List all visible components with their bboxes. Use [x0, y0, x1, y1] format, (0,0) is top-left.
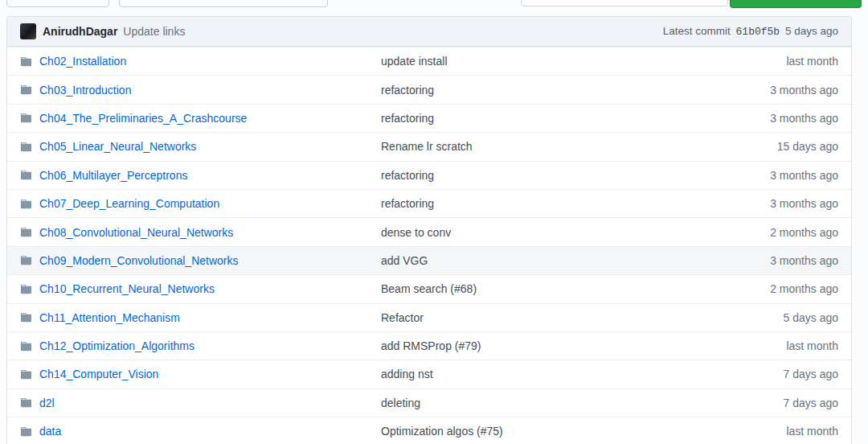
commit-date-cell: 15 days ago	[714, 140, 851, 153]
file-name-cell: Ch02_Installation	[7, 55, 381, 68]
table-row: Ch11_Attention_Mechanism Refactor 5 days…	[7, 303, 851, 331]
file-name-cell: Ch08_Convolutional_Neural_Networks	[7, 226, 381, 239]
commit-message-cell[interactable]: adding nst	[381, 368, 714, 380]
branch-selector-button[interactable]	[6, 0, 109, 7]
file-name-cell: Ch10_Recurrent_Neural_Networks	[7, 282, 381, 295]
folder-icon	[20, 340, 32, 352]
file-rows: Ch02_Installation update install last mo…	[7, 47, 851, 444]
file-name-cell: Ch09_Modern_Convolutional_Networks	[7, 254, 381, 267]
folder-icon	[20, 226, 32, 238]
file-link[interactable]: Ch06_Multilayer_Perceptrons	[39, 169, 187, 182]
table-row: Ch14_Computer_Vision adding nst 7 days a…	[7, 360, 851, 388]
file-name-cell: Ch11_Attention_Mechanism	[7, 311, 381, 324]
commit-date-cell: 2 months ago	[714, 226, 851, 239]
file-link[interactable]: Ch07_Deep_Learning_Computation	[39, 197, 219, 210]
commit-message-cell[interactable]: Optimization algos (#75)	[381, 425, 714, 438]
commit-message-cell[interactable]: deleting	[381, 397, 714, 409]
folder-icon	[20, 426, 32, 438]
clone-or-download-button[interactable]	[730, 0, 862, 8]
folder-icon	[20, 311, 32, 323]
commit-date-cell: 3 months ago	[714, 197, 851, 210]
table-row: Ch03_Introduction refactoring 3 months a…	[7, 75, 851, 103]
file-link[interactable]: Ch04_The_Preliminaries_A_Crashcourse	[39, 112, 247, 125]
file-name-cell: data	[7, 425, 381, 438]
file-name-cell: Ch03_Introduction	[7, 84, 381, 97]
folder-icon	[20, 254, 32, 266]
table-row: Ch09_Modern_Convolutional_Networks add V…	[7, 246, 851, 274]
commit-message-cell[interactable]: add RMSProp (#79)	[381, 339, 714, 352]
commit-message-cell[interactable]: dense to conv	[381, 226, 714, 239]
file-link[interactable]: Ch03_Introduction	[39, 84, 131, 97]
commit-date-cell: 3 months ago	[714, 169, 851, 182]
file-link[interactable]: d2l	[39, 397, 55, 409]
file-name-cell: Ch12_Optimization_Algorithms	[7, 339, 381, 352]
file-link[interactable]: Ch14_Computer_Vision	[39, 368, 158, 380]
commit-message-cell[interactable]: refactoring	[381, 84, 714, 97]
top-toolbar	[0, 0, 868, 10]
file-link[interactable]: Ch08_Convolutional_Neural_Networks	[39, 226, 233, 239]
folder-icon	[20, 283, 32, 295]
folder-icon	[20, 84, 32, 96]
commit-author-link[interactable]: AnirudhDagar	[43, 25, 117, 38]
commit-message-cell[interactable]: Rename lr scratch	[381, 140, 714, 153]
latest-commit-meta: Latest commit 61b0f5b 5 days ago	[663, 25, 838, 38]
table-row: Ch08_Convolutional_Neural_Networks dense…	[7, 217, 851, 245]
commit-date-cell: 3 months ago	[714, 84, 851, 97]
commit-date-cell: last month	[714, 339, 851, 352]
folder-icon	[20, 198, 32, 210]
file-name-cell: Ch14_Computer_Vision	[7, 368, 381, 380]
file-link[interactable]: Ch05_Linear_Neural_Networks	[39, 140, 196, 153]
folder-icon	[20, 368, 32, 380]
commit-message-cell[interactable]: refactoring	[381, 169, 714, 182]
commit-message-cell[interactable]: Refactor	[381, 311, 714, 324]
file-link[interactable]: Ch10_Recurrent_Neural_Networks	[39, 282, 215, 295]
folder-icon	[20, 56, 32, 68]
table-row: Ch12_Optimization_Algorithms add RMSProp…	[7, 331, 851, 360]
commit-date-cell: 2 months ago	[714, 282, 851, 295]
folder-icon	[20, 112, 32, 124]
commit-date-cell: 7 days ago	[714, 397, 851, 409]
file-link[interactable]: Ch02_Installation	[39, 55, 126, 68]
folder-icon	[20, 397, 32, 409]
latest-commit-bar: AnirudhDagar Update links Latest commit …	[7, 17, 851, 47]
table-row: Ch04_The_Preliminaries_A_Crashcourse ref…	[7, 104, 851, 132]
file-link[interactable]: Ch12_Optimization_Algorithms	[39, 339, 194, 352]
file-name-cell: Ch07_Deep_Learning_Computation	[7, 197, 381, 210]
commit-date-cell: 5 days ago	[714, 311, 851, 324]
commit-message-link[interactable]: Update links	[123, 25, 185, 38]
table-row: d2l deleting 7 days ago	[7, 388, 851, 417]
table-row: Ch02_Installation update install last mo…	[7, 47, 851, 75]
commit-message-cell[interactable]: update install	[381, 55, 714, 68]
latest-commit-label: Latest commit	[663, 25, 731, 37]
folder-icon	[20, 169, 32, 181]
commit-message-cell[interactable]: refactoring	[381, 112, 714, 125]
table-row: Ch10_Recurrent_Neural_Networks Beam sear…	[7, 274, 851, 302]
file-listing-box: AnirudhDagar Update links Latest commit …	[6, 16, 852, 444]
commit-date-cell: last month	[714, 55, 851, 68]
table-row: Ch07_Deep_Learning_Computation refactori…	[7, 189, 851, 217]
breadcrumb-box[interactable]	[119, 0, 328, 7]
file-name-cell: Ch04_The_Preliminaries_A_Crashcourse	[7, 112, 381, 125]
file-name-cell: d2l	[7, 397, 381, 409]
file-link[interactable]: Ch11_Attention_Mechanism	[39, 311, 180, 324]
commit-message-cell[interactable]: refactoring	[381, 197, 714, 210]
table-row: data Optimization algos (#75) last month	[7, 417, 851, 444]
folder-icon	[20, 141, 32, 153]
commit-date-cell: 3 months ago	[714, 112, 851, 125]
table-row: Ch06_Multilayer_Perceptrons refactoring …	[7, 161, 851, 189]
commit-message-cell[interactable]: add VGG	[381, 254, 714, 267]
author-avatar[interactable]	[20, 23, 36, 39]
file-link[interactable]: data	[39, 425, 61, 438]
commit-message-cell[interactable]: Beam search (#68)	[381, 282, 714, 295]
commit-date-cell: 3 months ago	[714, 254, 851, 267]
file-name-cell: Ch05_Linear_Neural_Networks	[7, 140, 381, 153]
file-name-cell: Ch06_Multilayer_Perceptrons	[7, 169, 381, 182]
commit-date-cell: 7 days ago	[714, 368, 851, 380]
find-file-input[interactable]	[521, 0, 728, 6]
file-link[interactable]: Ch09_Modern_Convolutional_Networks	[39, 254, 238, 267]
table-row: Ch05_Linear_Neural_Networks Rename lr sc…	[7, 132, 851, 160]
commit-time: 5 days ago	[785, 25, 838, 37]
commit-hash-link[interactable]: 61b0f5b	[736, 26, 780, 38]
commit-date-cell: last month	[714, 425, 851, 438]
